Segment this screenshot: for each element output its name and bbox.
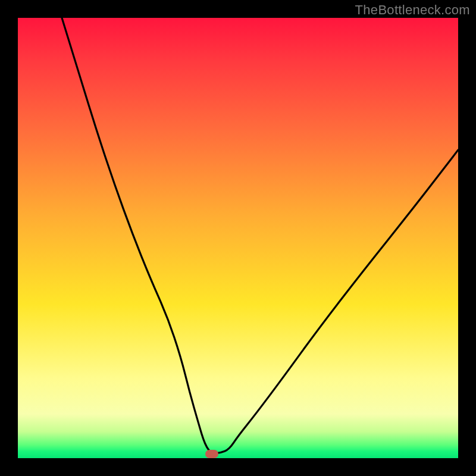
watermark-text: TheBottleneck.com xyxy=(355,2,470,18)
optimum-marker xyxy=(205,450,218,458)
chart-frame: TheBottleneck.com xyxy=(0,0,476,476)
bottleneck-curve xyxy=(62,18,458,453)
curve-layer xyxy=(18,18,458,458)
